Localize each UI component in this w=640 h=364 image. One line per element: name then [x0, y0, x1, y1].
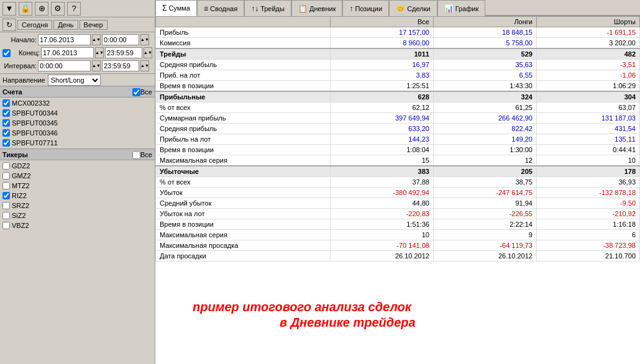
ticker-checkbox-VBZ2[interactable] — [2, 222, 10, 229]
row-all: 3,83 — [330, 70, 433, 81]
end-label: Конец: — [12, 49, 40, 57]
ticker-label: GMZ2 — [12, 172, 31, 180]
tab-svodnaya[interactable]: ≡Сводная — [197, 0, 244, 16]
table-row: Убыток на лот -220,83 -226,55 -210,92 — [156, 209, 640, 219]
table-row: Трейды 1011 529 482 — [156, 48, 640, 60]
start-time-input[interactable] — [102, 34, 139, 45]
interval-label: Интервал: — [2, 62, 37, 70]
interval-start-input[interactable] — [38, 60, 91, 71]
evening-btn[interactable]: Вечер — [80, 20, 107, 30]
row-short: -38 723,98 — [536, 240, 639, 251]
ticker-checkbox-MTZ2[interactable] — [2, 182, 10, 189]
tab-label-dnevnik: Дневник — [309, 5, 336, 12]
add-btn[interactable]: ⊕ — [35, 2, 48, 16]
account-item: SPBFUT00345 — [0, 118, 155, 128]
ticker-label: VBZ2 — [12, 222, 29, 229]
table-row: Максимальная просадка -70 141,08 -64 119… — [156, 240, 640, 251]
filter-row: ↻ Сегодня День Вечер — [0, 17, 155, 32]
row-all: 633,20 — [330, 124, 433, 134]
row-all: 144,23 — [330, 134, 433, 145]
interval-row: Интервал: ▲▼ ▲▼ — [2, 60, 152, 72]
lock-btn[interactable]: 🔒 — [19, 2, 32, 16]
account-checkbox-SPBFUT00344[interactable] — [2, 109, 10, 117]
row-all: 37,88 — [330, 177, 433, 188]
ticker-item: MTZ2 — [0, 181, 155, 191]
day-btn[interactable]: День — [53, 20, 78, 30]
right-panel: ΣСумма≡Сводная↑↓Трейды📋Дневник↑Позиции🤝С… — [155, 0, 640, 364]
tab-treidy[interactable]: ↑↓Трейды — [244, 0, 291, 16]
row-long: 91,94 — [433, 198, 536, 209]
tab-icon-pozicii: ↑ — [349, 4, 353, 13]
row-label: % от всех — [156, 102, 331, 113]
end-time-input[interactable] — [105, 47, 142, 58]
row-short: 6 — [536, 230, 639, 240]
ticker-checkbox-SRZ2[interactable] — [2, 202, 10, 209]
row-long: 324 — [433, 91, 536, 102]
tickers-list: GDZ2GMZ2MTZ2RIZ2SRZ2SiZ2VBZ2 — [0, 160, 155, 231]
settings-btn[interactable]: ⚙ — [51, 2, 65, 16]
table-row: Прибыльные 628 324 304 — [156, 91, 640, 102]
interval-end-spinner[interactable]: ▲▼ — [140, 60, 149, 71]
end-time-spinner[interactable]: ▲▼ — [144, 47, 152, 58]
interval-start-spinner[interactable]: ▲▼ — [92, 60, 101, 71]
row-long: 822,42 — [433, 124, 536, 134]
direction-select[interactable]: Short/Long Long Short — [48, 75, 101, 86]
row-label: Прибыль на лот — [156, 134, 331, 145]
ticker-checkbox-GDZ2[interactable] — [2, 162, 10, 170]
ticker-item: VBZ2 — [0, 221, 155, 230]
row-all: 10 — [330, 230, 433, 240]
row-long: 9 — [433, 230, 536, 240]
row-short: -3,51 — [536, 60, 639, 70]
tab-suma[interactable]: ΣСумма — [155, 0, 197, 16]
row-short: 0:44:41 — [536, 145, 639, 155]
ticker-checkbox-SiZ2[interactable] — [2, 212, 10, 219]
start-date-spinner[interactable]: ▲▼ — [92, 34, 101, 45]
interval-end-input[interactable] — [102, 60, 139, 71]
row-long: 18 848,15 — [433, 27, 536, 38]
account-checkbox-SPBFUT00345[interactable] — [2, 119, 10, 127]
tab-sdelki[interactable]: 🤝Сделки — [389, 0, 437, 16]
row-label: Комиссия — [156, 38, 331, 49]
table-row: % от всех 62,12 61,25 63,07 — [156, 102, 640, 113]
content-area[interactable]: Все Лонги Шорты Прибыль 17 157,00 18 848… — [155, 16, 640, 364]
tickers-all-checkbox[interactable] — [132, 151, 140, 159]
table-row: Средняя прибыль 16,97 35,63 -3,51 — [156, 60, 640, 70]
start-date-input[interactable] — [38, 34, 91, 45]
end-date-input[interactable] — [41, 47, 94, 58]
row-label: Прибыль — [156, 27, 331, 38]
tickers-title: Тикеры — [2, 151, 132, 158]
row-label: Максимальная серия — [156, 155, 331, 166]
end-checkbox[interactable] — [2, 49, 11, 57]
account-checkbox-MCX002332[interactable] — [2, 99, 10, 107]
table-row: Суммарная прибыль 397 649,94 266 462,90 … — [156, 113, 640, 124]
main-toolbar: ▼ 🔒 ⊕ ⚙ ? — [0, 0, 155, 17]
account-label: SPBFUT00344 — [12, 109, 58, 117]
row-long: 1:43:30 — [433, 81, 536, 92]
row-label: Трейды — [156, 48, 331, 60]
ticker-checkbox-GMZ2[interactable] — [2, 172, 10, 180]
row-short: 21.10.700 — [536, 251, 639, 262]
tab-icon-grafik: 📊 — [444, 4, 454, 13]
account-checkbox-SPBFUT07711[interactable] — [2, 139, 10, 147]
ticker-label: MTZ2 — [12, 182, 30, 189]
row-label: Суммарная прибыль — [156, 113, 331, 124]
ticker-label: RIZ2 — [12, 192, 27, 199]
filter-icon-btn[interactable]: ▼ — [2, 2, 16, 16]
tab-pozicii[interactable]: ↑Позиции — [342, 0, 389, 16]
tab-label-grafik: График — [455, 5, 479, 12]
refresh-btn[interactable]: ↻ — [2, 19, 16, 31]
row-all: -70 141,08 — [330, 240, 433, 251]
tab-grafik[interactable]: 📊График — [437, 0, 486, 16]
row-label: Дата просадки — [156, 251, 331, 262]
ticker-item: GMZ2 — [0, 171, 155, 181]
end-date-spinner[interactable]: ▲▼ — [95, 47, 104, 58]
accounts-all-checkbox[interactable] — [132, 88, 140, 96]
row-all: 383 — [330, 166, 433, 177]
tab-dnevnik[interactable]: 📋Дневник — [291, 0, 343, 16]
account-checkbox-SPBFUT00346[interactable] — [2, 129, 10, 137]
start-time-spinner[interactable]: ▲▼ — [140, 34, 149, 45]
ticker-checkbox-RIZ2[interactable] — [2, 192, 10, 199]
table-row: Убыточные 383 205 178 — [156, 166, 640, 177]
help-btn[interactable]: ? — [67, 2, 81, 16]
today-btn[interactable]: Сегодня — [17, 20, 52, 30]
